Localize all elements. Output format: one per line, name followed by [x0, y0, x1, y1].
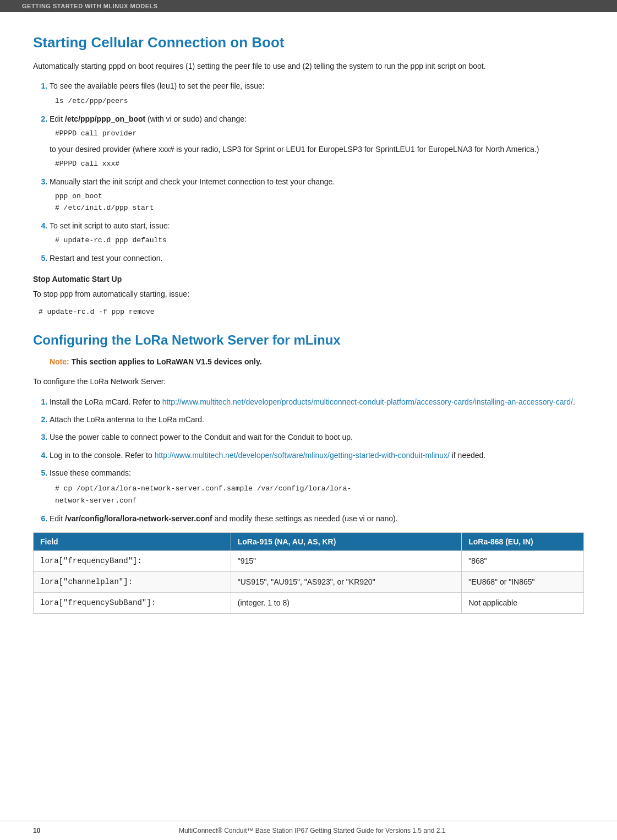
s2-step5-code: # cp /opt/lora/lora-network-server.conf.…	[50, 483, 584, 507]
stop-heading: Stop Automatic Start Up	[33, 275, 584, 283]
step2-code1: #PPPD call provider	[50, 128, 584, 140]
section1-step-4: To set init script to auto start, issue:…	[50, 220, 584, 247]
step2-text-bold: /etc/ppp/ppp_on_boot	[65, 114, 145, 123]
step3-text: Manually start the init script and check…	[50, 177, 335, 186]
section2-step-3: Use the power cable to connect power to …	[50, 431, 584, 443]
section2-step-4: Log in to the console. Refer to http://w…	[50, 449, 584, 461]
step4-code: # update-rc.d ppp defaults	[50, 235, 584, 247]
note-label: Note:	[50, 357, 69, 366]
section2-title: Configuring the LoRa Network Server for …	[33, 332, 584, 348]
table-cell: (integer. 1 to 8)	[231, 593, 462, 614]
section1-title: Starting Cellular Connection on Boot	[33, 34, 584, 51]
table-row: lora["frequencySubBand"]:(integer. 1 to …	[34, 593, 584, 614]
section2-step-6: Edit /var/config/lora/lora-network-serve…	[50, 512, 584, 525]
s2-step6-after: and modify these settings as needed (use…	[212, 514, 398, 523]
top-bar: GETTING STARTED WITH MLINUX MODELS	[0, 0, 617, 12]
table-cell: "US915", "AU915", "AS923", or "KR920"	[231, 572, 462, 593]
table-header-lora868: LoRa-868 (EU, IN)	[462, 533, 584, 551]
table-row: lora["frequencyBand"]:"915""868"	[34, 551, 584, 572]
s2-step5-text: Issue these commands:	[50, 468, 131, 477]
page-content: Starting Cellular Connection on Boot Aut…	[0, 12, 617, 647]
step2-text-before: Edit	[50, 114, 65, 123]
s2-step6-before: Edit	[50, 514, 65, 523]
step1-text: To see the available peers files (leu1) …	[50, 81, 265, 90]
section2-intro: To configure the LoRa Network Server:	[33, 375, 584, 388]
section1-steps: To see the available peers files (leu1) …	[50, 80, 584, 264]
step3-code: ppp_on_boot # /etc/init.d/ppp start	[50, 191, 584, 214]
stop-intro: To stop ppp from automatically starting,…	[33, 288, 584, 300]
section1-step-1: To see the available peers files (leu1) …	[50, 80, 584, 107]
footer: 10 MultiConnect® Conduit™ Base Station I…	[0, 821, 617, 840]
step2-text-mid: to your desired provider (where xxx# is …	[50, 145, 539, 154]
s2-step1-after: .	[573, 397, 575, 406]
step2-text-after: (with vi or sudo) and change:	[145, 114, 247, 123]
step4-text: To set init script to auto start, issue:	[50, 221, 170, 230]
step2-code2: #PPPD call xxx#	[50, 159, 584, 170]
section1-step-3: Manually start the init script and check…	[50, 176, 584, 214]
step5-text: Restart and test your connection.	[50, 254, 162, 263]
note-text: This section applies to LoRaWAN V1.5 dev…	[69, 357, 262, 366]
table-row: lora["channelplan"]:"US915", "AU915", "A…	[34, 572, 584, 593]
table-cell: "868"	[462, 551, 584, 572]
section1-intro: Automatically starting pppd on boot requ…	[33, 60, 584, 72]
s2-step4-link[interactable]: http://www.multitech.net/developer/softw…	[155, 451, 450, 460]
s2-step1-before: Install the LoRa mCard. Refer to	[50, 397, 162, 406]
section2-step-2: Attach the LoRa antenna to the LoRa mCar…	[50, 413, 584, 426]
footer-page-num: 10	[33, 827, 40, 834]
table-cell: "EU868" or "IN865"	[462, 572, 584, 593]
footer-center-text: MultiConnect® Conduit™ Base Station IP67…	[179, 827, 445, 834]
stop-code: # update-rc.d -f ppp remove	[33, 308, 584, 316]
table-header-row: Field LoRa-915 (NA, AU, AS, KR) LoRa-868…	[34, 533, 584, 551]
step1-code: ls /etc/ppp/peers	[50, 96, 584, 107]
s2-step2-text: Attach the LoRa antenna to the LoRa mCar…	[50, 415, 204, 424]
section1-step-5: Restart and test your connection.	[50, 252, 584, 264]
s2-step6-bold: /var/config/lora/lora-network-server.con…	[65, 514, 212, 523]
table-header-field: Field	[34, 533, 231, 551]
section2-step-1: Install the LoRa mCard. Refer to http://…	[50, 396, 584, 408]
table-cell: lora["frequencySubBand"]:	[34, 593, 231, 614]
section2-step-5: Issue these commands: # cp /opt/lora/lor…	[50, 467, 584, 507]
table-cell: lora["channelplan"]:	[34, 572, 231, 593]
lora-settings-table: Field LoRa-915 (NA, AU, AS, KR) LoRa-868…	[33, 532, 584, 614]
table-header-lora915: LoRa-915 (NA, AU, AS, KR)	[231, 533, 462, 551]
section1-step-2: Edit /etc/ppp/ppp_on_boot (with vi or su…	[50, 113, 584, 170]
s2-step4-after: if needed.	[450, 451, 485, 460]
section2-steps: Install the LoRa mCard. Refer to http://…	[50, 396, 584, 525]
top-bar-label: GETTING STARTED WITH MLINUX MODELS	[22, 3, 158, 9]
note-block: Note: This section applies to LoRaWAN V1…	[33, 356, 584, 368]
s2-step3-text: Use the power cable to connect power to …	[50, 433, 353, 441]
table-cell: "915"	[231, 551, 462, 572]
table-cell: lora["frequencyBand"]:	[34, 551, 231, 572]
table-cell: Not applicable	[462, 593, 584, 614]
s2-step1-link[interactable]: http://www.multitech.net/developer/produ…	[162, 397, 573, 406]
s2-step4-before: Log in to the console. Refer to	[50, 451, 155, 460]
